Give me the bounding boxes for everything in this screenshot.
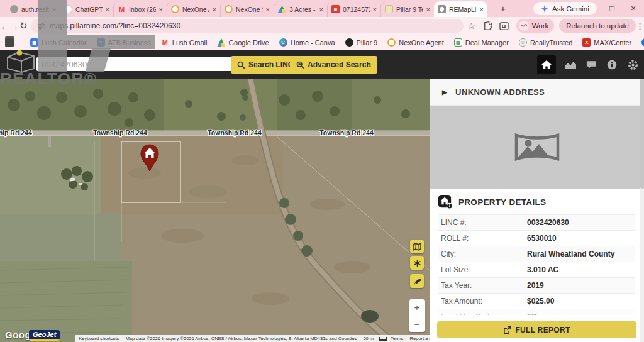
tab-close-icon[interactable]: ×: [480, 6, 484, 13]
zoom-in-button[interactable]: +: [409, 299, 425, 316]
zoom-out-button[interactable]: −: [409, 316, 425, 333]
address-header[interactable]: ▶ UNKNOWN ADDRESS: [430, 79, 644, 106]
address-bar[interactable]: maps.pillarnine.com/?linc=0032420630: [31, 19, 464, 33]
tab-nexone-s[interactable]: NexOne S ×: [220, 1, 274, 17]
tab-remaplist-active[interactable]: REMapList ×: [434, 1, 487, 17]
tab-nexone-a[interactable]: NexOne A ×: [167, 1, 220, 17]
search-linc-button[interactable]: Search LINC: [231, 56, 299, 74]
new-tab-button[interactable]: +: [497, 3, 509, 15]
side-panel-icon[interactable]: [5, 38, 14, 47]
tab-title: Pillar 9 Tec: [396, 6, 423, 13]
scrollbar-thumb[interactable]: [640, 79, 644, 189]
tab-inbox[interactable]: M Inbox (26) ×: [113, 1, 167, 17]
close-button[interactable]: ×: [623, 0, 644, 17]
profile-chip[interactable]: Work: [516, 19, 555, 33]
external-link-icon: [503, 326, 511, 334]
tab-close-icon[interactable]: ×: [319, 6, 323, 13]
bookmark-star-icon[interactable]: ☆: [464, 21, 480, 31]
gemini-sparkle-icon: [541, 5, 548, 13]
search-icon: [237, 61, 245, 69]
chart-button[interactable]: [564, 58, 577, 71]
bookmark-atb-business[interactable]: ≡ATB Business: [92, 38, 156, 47]
search-linc-label: Search LINC: [248, 60, 293, 69]
tab-close-icon[interactable]: ×: [52, 6, 56, 13]
bookmark-label: Google Drive: [228, 39, 269, 47]
tab-title: NexOne S: [236, 6, 263, 13]
minimize-button[interactable]: —: [580, 0, 601, 17]
bookmark-pillar9[interactable]: Pillar 9: [340, 38, 383, 47]
advanced-search-button[interactable]: Advanced Search: [290, 56, 377, 74]
tab-3-acres[interactable]: 3 Acres - V ×: [274, 1, 327, 17]
road-label: Township Rd 244: [0, 129, 32, 136]
tab-pdf[interactable]: ▣ 07124572 ×: [327, 1, 380, 17]
bookmark-reallytrusted[interactable]: ☺ReallyTrusted: [514, 38, 577, 47]
bookmark-facebook[interactable]: fFacebook: [636, 38, 644, 47]
detail-row-tax-amount: Tax Amount:$025.00: [438, 293, 635, 309]
row-value: $025.00: [527, 297, 554, 306]
browser-menu-icon[interactable]: ⋮: [636, 21, 644, 31]
tab-close-icon[interactable]: ×: [159, 6, 163, 13]
address-title: UNKNOWN ADDRESS: [455, 87, 545, 97]
aerial-imagery: Township Rd 244 Township Rd 244 Township…: [0, 79, 430, 342]
row-value: 0032420630: [527, 218, 569, 227]
linc-search-input[interactable]: [36, 57, 235, 71]
geojet-logo[interactable]: GeoJet: [29, 330, 60, 341]
drive-icon: [217, 38, 225, 47]
bookmark-lush-calendar[interactable]: ▦Lush Calendar: [25, 38, 92, 47]
terms-link[interactable]: Terms: [387, 336, 406, 341]
chatgpt-favicon: [64, 5, 72, 13]
pdf-favicon: ▣: [331, 5, 340, 13]
imagery-toggle-button[interactable]: [410, 256, 424, 270]
row-label: Tax Amount:: [438, 297, 527, 306]
tab-search-icon[interactable]: [496, 22, 513, 30]
forward-button[interactable]: →: [9, 21, 19, 31]
bookmark-home-canva[interactable]: CHome - Canva: [274, 38, 340, 47]
row-value: 6530010: [527, 234, 557, 243]
bookmark-label: MAX/Center: [594, 39, 631, 47]
tab-close-icon[interactable]: ×: [106, 6, 109, 13]
map-canvas[interactable]: Township Rd 244 Township Rd 244 Township…: [0, 79, 430, 342]
tab-auth-realtor[interactable]: auth.realto ×: [6, 1, 60, 17]
map-layers-button[interactable]: [410, 240, 424, 253]
keyboard-shortcuts-link[interactable]: Keyboard shortcuts: [75, 336, 123, 341]
chat-button[interactable]: [585, 58, 597, 71]
bookmark-label: ATB Business: [108, 39, 151, 47]
tab-pillar9[interactable]: Pillar 9 Tec ×: [380, 1, 434, 17]
bookmark-max-center[interactable]: XMAX/Center: [577, 38, 636, 47]
bookmark-label: Home - Canva: [291, 39, 335, 47]
profile-avatar: [519, 21, 529, 31]
maximize-button[interactable]: □: [601, 0, 623, 17]
bookmark-lush-gmail[interactable]: MLush Gmail: [156, 38, 213, 47]
measure-button[interactable]: [410, 274, 424, 288]
road-label: Township Rd 244: [93, 129, 147, 136]
globe-favicon: [10, 5, 18, 13]
bookmark-nexone-agent[interactable]: NexOne Agent: [382, 38, 449, 47]
tab-close-icon[interactable]: ×: [373, 6, 377, 13]
site-info-icon[interactable]: [37, 22, 45, 30]
tab-chatgpt[interactable]: ChatGPT - ×: [60, 1, 113, 17]
url-text: maps.pillarnine.com/?linc=0032420630: [50, 21, 180, 30]
tab-close-icon[interactable]: ×: [426, 6, 430, 13]
full-report-button[interactable]: FULL REPORT: [437, 321, 636, 338]
report-map-error-link[interactable]: Report a map error: [407, 336, 430, 341]
panel-scrollbar[interactable]: [640, 79, 644, 342]
info-button[interactable]: [606, 58, 618, 71]
tab-close-icon[interactable]: ×: [266, 6, 270, 13]
bookmark-label: ReallyTrusted: [530, 39, 572, 47]
app-header: Search LINC Advanced Search: [0, 50, 644, 79]
bookmark-deal-manager[interactable]: ▤Deal Manager: [449, 38, 514, 47]
tab-close-icon[interactable]: ×: [213, 6, 216, 13]
tab-title: 07124572: [343, 6, 370, 13]
back-button[interactable]: ←: [0, 21, 9, 31]
canva-icon: C: [279, 38, 287, 47]
relaunch-to-update-button[interactable]: Relaunch to update: [559, 19, 636, 33]
settings-button[interactable]: [626, 58, 639, 71]
pillar9-favicon: [385, 5, 393, 13]
bookmark-google-drive[interactable]: Google Drive: [212, 38, 274, 47]
property-details-section: PROPERTY DETAILS LINC #:0032420630 ROLL …: [430, 189, 644, 315]
extensions-icon[interactable]: [480, 21, 496, 30]
tab-title: 3 Acres - V: [289, 6, 316, 13]
home-button[interactable]: [537, 55, 556, 74]
expand-icon[interactable]: ▶: [442, 89, 447, 96]
reload-button[interactable]: ↻: [19, 20, 28, 31]
